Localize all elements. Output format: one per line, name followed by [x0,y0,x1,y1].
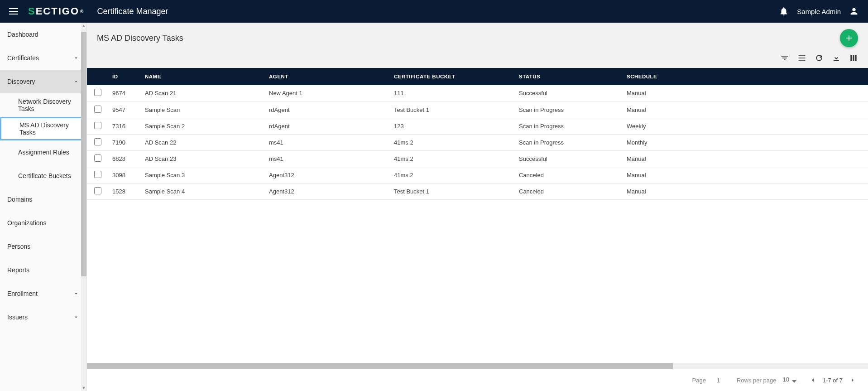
table-row[interactable]: 7316Sample Scan 2rdAgent123Scan in Progr… [87,118,868,134]
col-header-bucket[interactable]: CERTIFICATE BUCKET [390,68,515,85]
table-row[interactable]: 6828AD Scan 23ms4141ms.2SuccessfulManual [87,150,868,167]
sidebar-item-label: Discovery [7,78,35,85]
row-checkbox[interactable] [94,138,101,145]
cell-schedule: Manual [623,167,868,183]
col-header-id[interactable]: ID [109,68,141,85]
cell-name: Sample Scan 3 [141,167,265,183]
cell-id: 7190 [109,134,141,150]
row-checkbox[interactable] [94,171,101,178]
sidebar-subitem-label: Certificate Buckets [18,172,71,179]
sidebar-item-label: Persons [7,243,30,250]
row-checkbox[interactable] [94,187,101,194]
cell-name: AD Scan 22 [141,134,265,150]
cell-agent: rdAgent [265,101,390,118]
col-header-agent[interactable]: AGENT [265,68,390,85]
sidebar-item-domains[interactable]: Domains [0,188,86,211]
row-checkbox[interactable] [94,122,101,129]
sidebar-item-issuers[interactable]: Issuers [0,305,86,329]
cell-schedule: Weekly [623,118,868,134]
table-row[interactable]: 9674AD Scan 21New Agent 1111SuccessfulMa… [87,85,868,101]
page-range: 1-7 of 7 [823,377,843,384]
page-number: 1 [717,377,726,384]
sidebar-item-persons[interactable]: Persons [0,235,86,258]
rows-per-page-select[interactable]: 10 [781,376,798,384]
row-checkbox[interactable] [94,154,101,162]
sidebar-scroll-up[interactable]: ▲ [81,23,86,29]
cell-id: 9674 [109,85,141,101]
rows-per-page-value: 10 [782,376,789,383]
sidebar-scrollbar-thumb[interactable] [81,32,86,276]
cell-schedule: Manual [623,150,868,167]
cell-bucket: 41ms.2 [390,134,515,150]
next-page-button[interactable] [849,377,856,384]
sidebar-subitem-network-discovery-tasks[interactable]: Network Discovery Tasks [0,93,86,117]
cell-name: Sample Scan 2 [141,118,265,134]
sidebar-subitem-certificate-buckets[interactable]: Certificate Buckets [0,164,86,188]
cell-status: Scan in Progress [515,101,623,118]
cell-status: Successful [515,85,623,101]
row-checkbox[interactable] [94,89,101,96]
col-header-checkbox[interactable] [87,68,109,85]
col-header-schedule[interactable]: SCHEDULE [623,68,868,85]
tasks-table-wrap: ID NAME AGENT CERTIFICATE BUCKET STATUS … [87,68,868,391]
cell-id: 7316 [109,118,141,134]
filter-icon[interactable] [780,53,789,63]
table-horizontal-scrollbar[interactable] [87,363,868,369]
table-toolbar [87,51,868,68]
sidebar-item-certificates[interactable]: Certificates [0,46,86,70]
cell-id: 3098 [109,167,141,183]
cell-bucket: 41ms.2 [390,167,515,183]
page-label: Page [692,377,706,384]
chevron-up-icon [73,78,79,85]
hamburger-menu-button[interactable] [9,6,20,17]
sidebar-subitem-ms-ad-discovery-tasks[interactable]: MS AD Discovery Tasks [0,117,86,140]
columns-icon[interactable] [849,53,858,63]
list-view-icon[interactable] [797,53,806,63]
row-checkbox[interactable] [94,106,101,113]
cell-agent: New Agent 1 [265,85,390,101]
sidebar-item-organizations[interactable]: Organizations [0,211,86,235]
sidebar-item-dashboard[interactable]: Dashboard [0,23,86,46]
sidebar-item-enrollment[interactable]: Enrollment [0,282,86,305]
table-row[interactable]: 3098Sample Scan 3Agent31241ms.2CanceledM… [87,167,868,183]
logo-text: ECTIGO [36,5,79,17]
sidebar-item-label: Reports [7,266,29,274]
sidebar-subitem-label: Network Discovery Tasks [18,98,81,112]
tasks-table: ID NAME AGENT CERTIFICATE BUCKET STATUS … [87,68,868,200]
cell-agent: ms41 [265,134,390,150]
sidebar: DashboardCertificatesDiscoveryNetwork Di… [0,23,87,391]
col-header-name[interactable]: NAME [141,68,265,85]
cell-bucket: 41ms.2 [390,150,515,167]
notifications-icon[interactable] [779,6,789,16]
refresh-icon[interactable] [815,53,824,63]
sidebar-subitem-assignment-rules[interactable]: Assignment Rules [0,140,86,164]
table-row[interactable]: 9547Sample ScanrdAgentTest Bucket 1Scan … [87,101,868,118]
user-avatar-icon[interactable] [849,6,859,16]
table-row[interactable]: 1528Sample Scan 4Agent312Test Bucket 1Ca… [87,183,868,199]
sidebar-item-reports[interactable]: Reports [0,258,86,282]
cell-name: AD Scan 23 [141,150,265,167]
plus-icon [844,34,854,43]
download-icon[interactable] [832,53,841,63]
chevron-down-icon [73,314,79,320]
cell-status: Scan in Progress [515,118,623,134]
sidebar-item-label: Enrollment [7,290,38,297]
sidebar-item-discovery[interactable]: Discovery [0,70,86,93]
cell-id: 9547 [109,101,141,118]
top-bar: SECTIGO® Certificate Manager Sample Admi… [0,0,868,23]
col-header-status[interactable]: STATUS [515,68,623,85]
brand-logo: SECTIGO® [28,5,84,17]
app-title: Certificate Manager [97,7,168,16]
user-name[interactable]: Sample Admin [797,8,841,15]
cell-bucket: Test Bucket 1 [390,183,515,199]
prev-page-button[interactable] [809,377,816,384]
sidebar-scroll-down[interactable]: ▼ [81,385,86,391]
cell-name: Sample Scan 4 [141,183,265,199]
dropdown-triangle-icon [792,380,796,383]
table-row[interactable]: 7190AD Scan 22ms4141ms.2Scan in Progress… [87,134,868,150]
cell-status: Canceled [515,167,623,183]
add-task-button[interactable] [840,29,858,47]
cell-agent: Agent312 [265,167,390,183]
sidebar-item-label: Organizations [7,219,46,227]
table-hscroll-thumb[interactable] [87,363,673,369]
